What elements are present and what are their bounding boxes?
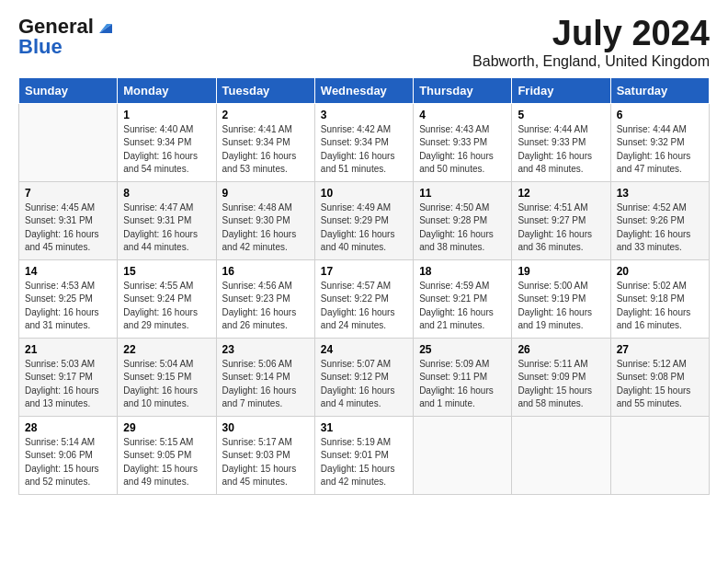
day-number: 17	[321, 265, 407, 278]
day-number: 2	[222, 109, 309, 121]
day-info: Sunrise: 4:45 AMSunset: 9:31 PMDaylight:…	[25, 201, 111, 255]
day-cell: 12Sunrise: 4:51 AMSunset: 9:27 PMDayligh…	[512, 181, 610, 259]
day-cell: 15Sunrise: 4:55 AMSunset: 9:24 PMDayligh…	[118, 259, 216, 338]
week-row-1: 1Sunrise: 4:40 AMSunset: 9:34 PMDaylight…	[19, 103, 710, 181]
day-cell: 2Sunrise: 4:41 AMSunset: 9:34 PMDaylight…	[216, 103, 314, 181]
day-number: 4	[419, 109, 506, 121]
day-info: Sunrise: 4:52 AMSunset: 9:26 PMDaylight:…	[617, 201, 703, 255]
day-info: Sunrise: 5:11 AMSunset: 9:09 PMDaylight:…	[518, 358, 604, 411]
day-number: 26	[518, 343, 604, 356]
week-row-4: 21Sunrise: 5:03 AMSunset: 9:17 PMDayligh…	[19, 338, 710, 416]
day-number: 24	[321, 343, 407, 356]
day-info: Sunrise: 4:51 AMSunset: 9:27 PMDaylight:…	[518, 201, 604, 255]
day-info: Sunrise: 5:06 AMSunset: 9:14 PMDaylight:…	[222, 358, 309, 411]
day-number: 28	[25, 421, 111, 434]
day-number: 3	[321, 109, 407, 121]
day-info: Sunrise: 5:04 AMSunset: 9:15 PMDaylight:…	[123, 358, 210, 411]
day-info: Sunrise: 4:49 AMSunset: 9:29 PMDaylight:…	[321, 201, 407, 255]
day-number: 19	[518, 265, 604, 278]
day-cell: 1Sunrise: 4:40 AMSunset: 9:34 PMDaylight…	[118, 103, 216, 181]
header-day-monday: Monday	[118, 77, 216, 103]
day-number: 31	[321, 421, 407, 434]
week-row-2: 7Sunrise: 4:45 AMSunset: 9:31 PMDaylight…	[19, 181, 710, 259]
day-info: Sunrise: 5:14 AMSunset: 9:06 PMDaylight:…	[25, 436, 111, 489]
day-number: 16	[222, 265, 309, 278]
day-info: Sunrise: 4:50 AMSunset: 9:28 PMDaylight:…	[419, 201, 506, 255]
page-header: General Blue July 2024 Babworth, England…	[18, 15, 710, 70]
day-number: 21	[25, 343, 111, 356]
day-cell: 8Sunrise: 4:47 AMSunset: 9:31 PMDaylight…	[118, 181, 216, 259]
day-cell: 24Sunrise: 5:07 AMSunset: 9:12 PMDayligh…	[314, 338, 413, 416]
day-cell: 20Sunrise: 5:02 AMSunset: 9:18 PMDayligh…	[610, 259, 709, 338]
logo-icon	[96, 17, 116, 37]
day-number: 27	[617, 343, 703, 356]
calendar-table: SundayMondayTuesdayWednesdayThursdayFrid…	[18, 77, 710, 495]
day-info: Sunrise: 4:55 AMSunset: 9:24 PMDaylight:…	[123, 280, 210, 333]
day-info: Sunrise: 5:07 AMSunset: 9:12 PMDaylight:…	[321, 358, 407, 411]
day-number: 15	[123, 265, 210, 278]
day-info: Sunrise: 5:09 AMSunset: 9:11 PMDaylight:…	[419, 358, 506, 411]
day-cell: 16Sunrise: 4:56 AMSunset: 9:23 PMDayligh…	[216, 259, 314, 338]
day-number: 7	[25, 187, 111, 200]
day-info: Sunrise: 5:00 AMSunset: 9:19 PMDaylight:…	[518, 280, 604, 333]
main-title: July 2024	[472, 15, 710, 53]
day-number: 25	[419, 343, 506, 356]
day-info: Sunrise: 4:57 AMSunset: 9:22 PMDaylight:…	[321, 280, 407, 333]
day-cell: 17Sunrise: 4:57 AMSunset: 9:22 PMDayligh…	[314, 259, 413, 338]
day-info: Sunrise: 5:19 AMSunset: 9:01 PMDaylight:…	[321, 436, 407, 489]
day-info: Sunrise: 4:44 AMSunset: 9:32 PMDaylight:…	[617, 123, 703, 177]
day-cell: 4Sunrise: 4:43 AMSunset: 9:33 PMDaylight…	[414, 103, 512, 181]
day-cell: 5Sunrise: 4:44 AMSunset: 9:33 PMDaylight…	[512, 103, 610, 181]
day-info: Sunrise: 5:03 AMSunset: 9:17 PMDaylight:…	[25, 358, 111, 411]
day-info: Sunrise: 5:02 AMSunset: 9:18 PMDaylight:…	[617, 280, 703, 333]
day-info: Sunrise: 4:42 AMSunset: 9:34 PMDaylight:…	[321, 123, 407, 177]
calendar-body: 1Sunrise: 4:40 AMSunset: 9:34 PMDaylight…	[19, 103, 710, 494]
day-number: 20	[617, 265, 703, 278]
logo: General Blue	[18, 15, 116, 59]
day-number: 18	[419, 265, 506, 278]
day-number: 10	[321, 187, 407, 200]
day-cell	[610, 416, 709, 494]
day-cell: 13Sunrise: 4:52 AMSunset: 9:26 PMDayligh…	[610, 181, 709, 259]
day-number: 11	[419, 187, 506, 200]
day-number: 9	[222, 187, 309, 200]
day-cell: 14Sunrise: 4:53 AMSunset: 9:25 PMDayligh…	[19, 259, 118, 338]
day-cell: 26Sunrise: 5:11 AMSunset: 9:09 PMDayligh…	[512, 338, 610, 416]
day-number: 13	[617, 187, 703, 200]
day-info: Sunrise: 5:15 AMSunset: 9:05 PMDaylight:…	[123, 436, 210, 489]
day-cell: 10Sunrise: 4:49 AMSunset: 9:29 PMDayligh…	[314, 181, 413, 259]
day-cell: 30Sunrise: 5:17 AMSunset: 9:03 PMDayligh…	[216, 416, 314, 494]
day-info: Sunrise: 4:40 AMSunset: 9:34 PMDaylight:…	[123, 123, 210, 177]
day-info: Sunrise: 4:53 AMSunset: 9:25 PMDaylight:…	[25, 280, 111, 333]
day-info: Sunrise: 4:44 AMSunset: 9:33 PMDaylight:…	[518, 123, 604, 177]
week-row-5: 28Sunrise: 5:14 AMSunset: 9:06 PMDayligh…	[19, 416, 710, 494]
day-cell: 27Sunrise: 5:12 AMSunset: 9:08 PMDayligh…	[610, 338, 709, 416]
day-number: 22	[123, 343, 210, 356]
day-cell: 25Sunrise: 5:09 AMSunset: 9:11 PMDayligh…	[414, 338, 512, 416]
day-cell: 28Sunrise: 5:14 AMSunset: 9:06 PMDayligh…	[19, 416, 118, 494]
day-number: 6	[617, 109, 703, 121]
day-info: Sunrise: 5:12 AMSunset: 9:08 PMDaylight:…	[617, 358, 703, 411]
header-day-tuesday: Tuesday	[216, 77, 314, 103]
day-cell: 21Sunrise: 5:03 AMSunset: 9:17 PMDayligh…	[19, 338, 118, 416]
subtitle: Babworth, England, United Kingdom	[472, 53, 710, 70]
day-cell: 22Sunrise: 5:04 AMSunset: 9:15 PMDayligh…	[118, 338, 216, 416]
day-cell: 6Sunrise: 4:44 AMSunset: 9:32 PMDaylight…	[610, 103, 709, 181]
day-cell	[19, 103, 118, 181]
day-cell: 11Sunrise: 4:50 AMSunset: 9:28 PMDayligh…	[414, 181, 512, 259]
day-info: Sunrise: 5:17 AMSunset: 9:03 PMDaylight:…	[222, 436, 309, 489]
logo-blue-text: Blue	[18, 35, 63, 59]
header-day-thursday: Thursday	[414, 77, 512, 103]
title-block: July 2024 Babworth, England, United King…	[472, 15, 710, 70]
calendar-header: SundayMondayTuesdayWednesdayThursdayFrid…	[19, 77, 710, 103]
day-number: 29	[123, 421, 210, 434]
day-number: 23	[222, 343, 309, 356]
day-cell: 19Sunrise: 5:00 AMSunset: 9:19 PMDayligh…	[512, 259, 610, 338]
day-info: Sunrise: 4:41 AMSunset: 9:34 PMDaylight:…	[222, 123, 309, 177]
day-info: Sunrise: 4:59 AMSunset: 9:21 PMDaylight:…	[419, 280, 506, 333]
week-row-3: 14Sunrise: 4:53 AMSunset: 9:25 PMDayligh…	[19, 259, 710, 338]
day-info: Sunrise: 4:43 AMSunset: 9:33 PMDaylight:…	[419, 123, 506, 177]
day-cell: 23Sunrise: 5:06 AMSunset: 9:14 PMDayligh…	[216, 338, 314, 416]
day-number: 8	[123, 187, 210, 200]
day-cell	[414, 416, 512, 494]
